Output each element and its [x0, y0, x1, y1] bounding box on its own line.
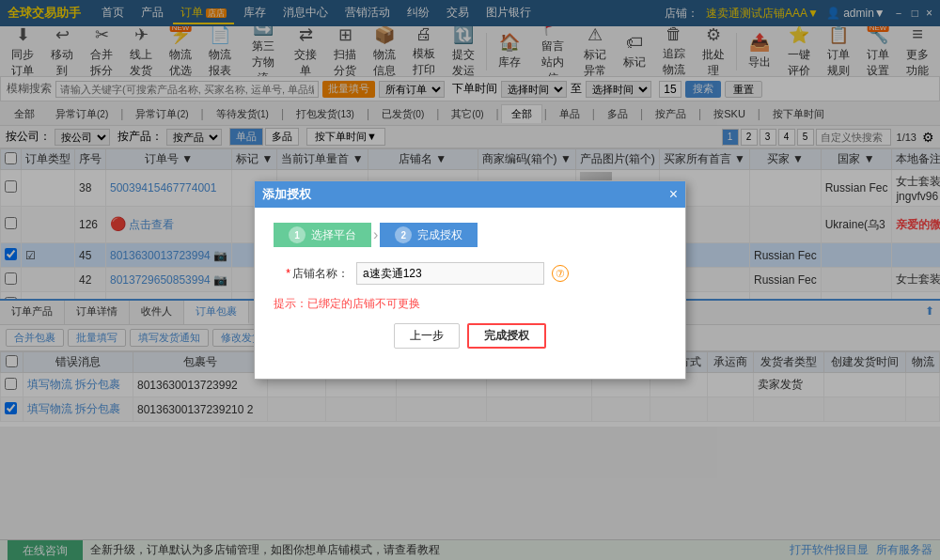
- modal-close-btn[interactable]: ×: [669, 186, 678, 203]
- add-auth-modal: 添加授权 × 1 选择平台 › 2 完成授权 店铺名称： a速卖通: [254, 180, 686, 380]
- circle-num-icon: ⑦: [552, 265, 569, 282]
- steps-indicator: 1 选择平台 › 2 完成授权: [274, 223, 666, 247]
- step-1-label: 选择平台: [311, 227, 356, 243]
- modal-title: 添加授权: [262, 186, 311, 203]
- modal-body: 1 选择平台 › 2 完成授权 店铺名称： a速卖通123 ⑦ 提示：已绑定的店…: [255, 208, 685, 379]
- store-name-value: a速卖通123: [356, 262, 544, 285]
- store-name-label: 店铺名称：: [274, 266, 349, 282]
- store-name-row: 店铺名称： a速卖通123 ⑦: [274, 262, 666, 285]
- step-2: 2 完成授权: [380, 223, 478, 247]
- step-1: 1 选择平台: [274, 223, 371, 247]
- step-2-num: 2: [395, 226, 412, 243]
- step-2-label: 完成授权: [417, 227, 462, 243]
- modal-header: 添加授权 ×: [255, 181, 685, 208]
- modal-overlay: 添加授权 × 1 选择平台 › 2 完成授权 店铺名称： a速卖通: [0, 0, 940, 560]
- step-1-num: 1: [289, 226, 306, 243]
- complete-auth-btn[interactable]: 完成授权: [467, 323, 546, 349]
- warning-text: 提示：已绑定的店铺不可更换: [274, 296, 666, 312]
- prev-step-btn[interactable]: 上一步: [394, 323, 460, 349]
- step-arrow: ›: [373, 226, 378, 243]
- modal-footer: 上一步 完成授权: [274, 323, 666, 364]
